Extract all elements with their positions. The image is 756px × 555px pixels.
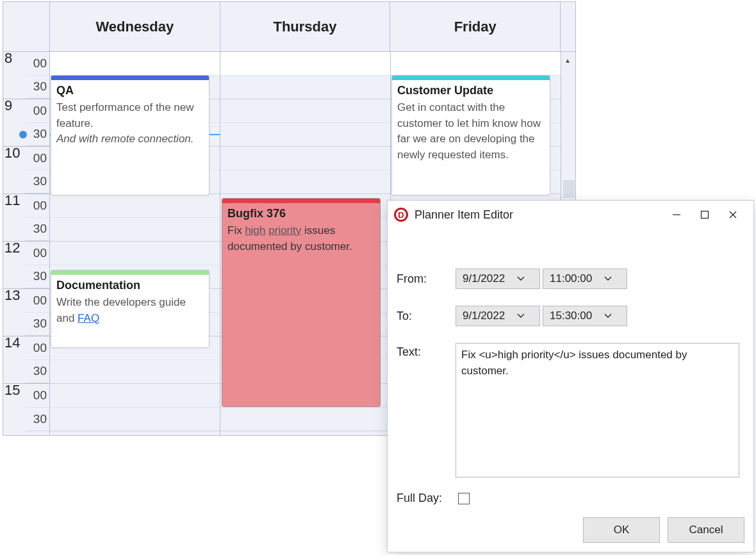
- hour-label: 8: [3, 50, 25, 74]
- scrollbar-thumb[interactable]: [563, 180, 575, 198]
- fullday-checkbox[interactable]: [458, 493, 470, 504]
- event-color-bar: [392, 76, 550, 80]
- to-row: To: 9/1/2022 15:30:00: [397, 306, 739, 326]
- event-color-bar: [51, 76, 209, 80]
- fullday-row: Full Day:: [397, 492, 739, 505]
- event-qa[interactable]: QA Test performance of the new feature. …: [51, 75, 210, 195]
- dialog-title: Planner Item Editor: [415, 208, 513, 222]
- app-logo-icon: D: [394, 208, 408, 222]
- day-header-wed[interactable]: Wednesday: [50, 2, 220, 52]
- chevron-down-icon[interactable]: [511, 306, 530, 326]
- event-description: Write the developers guide and FAQ: [56, 295, 204, 326]
- cancel-button[interactable]: Cancel: [668, 517, 744, 543]
- from-time-value: 11:00:00: [543, 269, 598, 288]
- planner-item-editor-dialog: D Planner Item Editor From: 9/1/2022 11:…: [387, 200, 754, 552]
- text-row: Text:: [397, 343, 739, 477]
- event-title: Documentation: [56, 279, 204, 292]
- chevron-down-icon[interactable]: [598, 269, 618, 288]
- event-color-bar: [51, 270, 209, 275]
- hour-label: 9: [3, 97, 25, 121]
- event-customer-update[interactable]: Customer Update Get in contact with the …: [391, 75, 550, 195]
- faq-link[interactable]: FAQ: [78, 312, 99, 324]
- event-bugfix[interactable]: Bugfix 376 Fix high priority issues docu…: [222, 198, 381, 407]
- scroll-up-icon[interactable]: ▴: [566, 56, 570, 65]
- hour-label: 11: [3, 192, 25, 216]
- event-description: Get in contact with the customer to let …: [397, 100, 545, 163]
- to-time-picker[interactable]: 15:30:00: [543, 306, 627, 326]
- day-header-thu[interactable]: Thursday: [220, 2, 391, 52]
- from-time-picker[interactable]: 11:00:00: [543, 269, 627, 289]
- header-gutter: [3, 2, 50, 52]
- hour-label: 10: [3, 145, 25, 169]
- from-row: From: 9/1/2022 11:00:00: [397, 269, 739, 289]
- event-documentation[interactable]: Documentation Write the developers guide…: [51, 270, 210, 348]
- maximize-button[interactable]: [691, 205, 719, 224]
- chevron-down-icon[interactable]: [598, 306, 618, 326]
- event-color-bar: [222, 199, 380, 203]
- hour-label: 15: [3, 382, 25, 406]
- from-label: From:: [397, 272, 456, 286]
- from-date-value: 9/1/2022: [456, 269, 511, 288]
- day-header-fri[interactable]: Friday: [390, 2, 561, 52]
- dialog-titlebar[interactable]: D Planner Item Editor: [388, 201, 753, 229]
- hour-label: 14: [3, 335, 25, 358]
- text-input[interactable]: [456, 343, 739, 477]
- close-button[interactable]: [719, 205, 747, 224]
- minute-label: 30: [25, 76, 49, 99]
- header-scrollbar-gap: [561, 2, 575, 52]
- event-description: Test performance of the new feature. And…: [56, 100, 204, 147]
- minute-label: 00: [25, 52, 49, 76]
- hour-label: 13: [3, 287, 25, 311]
- day-header-row: Wednesday Thursday Friday: [3, 2, 575, 52]
- event-description: Fix high priority issues documented by c…: [227, 223, 375, 254]
- to-date-value: 9/1/2022: [456, 306, 511, 326]
- minimize-button[interactable]: [662, 205, 691, 224]
- text-label: Text:: [397, 343, 456, 359]
- to-time-value: 15:30:00: [543, 306, 598, 326]
- fullday-label: Full Day:: [397, 492, 456, 505]
- hour-label: 12: [3, 240, 25, 263]
- hour-row: 800 30: [3, 52, 49, 99]
- chevron-down-icon[interactable]: [511, 269, 530, 288]
- to-date-picker[interactable]: 9/1/2022: [456, 306, 540, 326]
- from-date-picker[interactable]: 9/1/2022: [456, 269, 540, 289]
- event-title: QA: [56, 84, 204, 97]
- ok-button[interactable]: OK: [583, 517, 660, 543]
- event-title: Customer Update: [397, 84, 545, 97]
- to-label: To:: [397, 310, 456, 323]
- time-column: 800 30 90030 100030 110030 120030 130030…: [3, 52, 50, 435]
- svg-rect-1: [702, 211, 709, 219]
- event-title: Bugfix 376: [227, 207, 375, 220]
